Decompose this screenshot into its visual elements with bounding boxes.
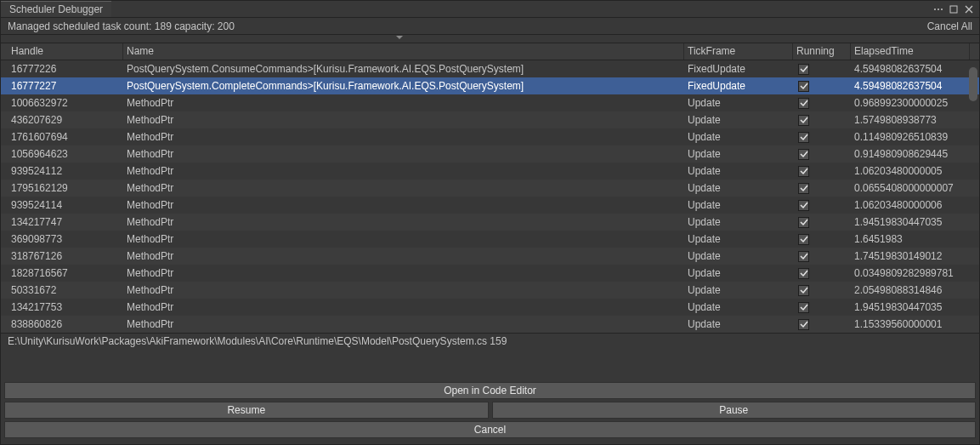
table-row[interactable]: 1795162129MethodPtrUpdate0.0655408000000… bbox=[1, 180, 979, 197]
cell-handle: 838860826 bbox=[8, 318, 123, 330]
table-row[interactable]: 939524114MethodPtrUpdate1.06203480000006 bbox=[1, 197, 979, 214]
cell-handle: 939524112 bbox=[8, 165, 123, 177]
cell-handle: 1761607694 bbox=[8, 131, 123, 143]
table-row[interactable]: 1006632972MethodPtrUpdate0.9689923000000… bbox=[1, 94, 979, 111]
cell-tickframe: Update bbox=[684, 199, 793, 211]
header-running[interactable]: Running bbox=[793, 43, 851, 60]
running-checkbox[interactable] bbox=[798, 115, 809, 126]
cell-name: MethodPtr bbox=[123, 131, 684, 143]
cell-tickframe: Update bbox=[684, 182, 793, 194]
table-row[interactable]: 16777227PostQuerySystem.CompleteCommands… bbox=[1, 77, 979, 94]
running-checkbox[interactable] bbox=[798, 132, 809, 143]
cell-tickframe: Update bbox=[684, 284, 793, 296]
menu-icon[interactable] bbox=[933, 4, 943, 14]
pause-button[interactable]: Pause bbox=[492, 402, 977, 419]
cell-running bbox=[793, 64, 851, 75]
cell-handle: 16777226 bbox=[8, 63, 123, 75]
cell-tickframe: Update bbox=[684, 148, 793, 160]
close-icon[interactable] bbox=[964, 4, 974, 14]
cell-handle: 318767126 bbox=[8, 250, 123, 262]
window-tab[interactable]: Scheduler Debugger bbox=[1, 1, 111, 17]
cancel-all-button[interactable]: Cancel All bbox=[927, 20, 972, 32]
task-list: 16777226PostQuerySystem.ConsumeCommands>… bbox=[1, 60, 979, 333]
cell-name: MethodPtr bbox=[123, 233, 684, 245]
table-row[interactable]: 939524112MethodPtrUpdate1.06203480000005 bbox=[1, 163, 979, 180]
popout-icon[interactable] bbox=[949, 4, 959, 14]
cell-elapsed: 2.05498088314846 bbox=[851, 284, 970, 296]
running-checkbox[interactable] bbox=[798, 319, 809, 330]
column-headers: Handle Name TickFrame Running ElapsedTim… bbox=[1, 43, 979, 60]
cell-name: MethodPtr bbox=[123, 216, 684, 228]
cell-running bbox=[793, 268, 851, 279]
running-checkbox[interactable] bbox=[798, 268, 809, 279]
table-row[interactable]: 50331672MethodPtrUpdate2.05498088314846 bbox=[1, 282, 979, 299]
cancel-button[interactable]: Cancel bbox=[4, 421, 976, 438]
cell-handle: 134217747 bbox=[8, 216, 123, 228]
titlebar: Scheduler Debugger bbox=[1, 1, 979, 18]
running-checkbox[interactable] bbox=[798, 217, 809, 228]
table-row[interactable]: 318767126MethodPtrUpdate1.74519830149012 bbox=[1, 248, 979, 265]
table-row[interactable]: 1761607694MethodPtrUpdate0.1149809265108… bbox=[1, 128, 979, 145]
table-row[interactable]: 1056964623MethodPtrUpdate0.9149809086294… bbox=[1, 145, 979, 163]
table-row[interactable]: 1828716567MethodPtrUpdate0.0349809282989… bbox=[1, 265, 979, 282]
cell-name: MethodPtr bbox=[123, 301, 684, 313]
header-name[interactable]: Name bbox=[123, 43, 684, 60]
header-tickframe[interactable]: TickFrame bbox=[684, 43, 793, 60]
running-checkbox[interactable] bbox=[798, 200, 809, 211]
sort-descending-icon bbox=[396, 36, 403, 39]
cell-handle: 134217753 bbox=[8, 301, 123, 313]
cell-tickframe: Update bbox=[684, 267, 793, 279]
running-checkbox[interactable] bbox=[798, 98, 809, 109]
open-in-code-editor-button[interactable]: Open in Code Editor bbox=[4, 382, 976, 399]
running-checkbox[interactable] bbox=[798, 302, 809, 313]
cell-running bbox=[793, 251, 851, 262]
cell-running bbox=[793, 234, 851, 245]
sort-indicator-bar bbox=[1, 35, 979, 43]
cell-elapsed: 1.94519830447035 bbox=[851, 301, 970, 313]
cell-elapsed: 0.114980926510839 bbox=[851, 131, 970, 143]
cell-tickframe: Update bbox=[684, 216, 793, 228]
cell-tickframe: FixedUpdate bbox=[684, 80, 793, 92]
resume-button[interactable]: Resume bbox=[4, 402, 489, 419]
table-row[interactable]: 16777226PostQuerySystem.ConsumeCommands>… bbox=[1, 60, 979, 77]
cell-name: MethodPtr bbox=[123, 97, 684, 109]
running-checkbox[interactable] bbox=[798, 234, 809, 245]
cell-running bbox=[793, 200, 851, 211]
header-handle[interactable]: Handle bbox=[8, 43, 123, 60]
cell-handle: 1828716567 bbox=[8, 267, 123, 279]
cell-elapsed: 0.0655408000000007 bbox=[851, 182, 970, 194]
header-elapsedtime[interactable]: ElapsedTime bbox=[851, 43, 970, 60]
file-path-label: E:\Unity\KurisuWork\Packages\AkiFramewor… bbox=[1, 333, 979, 350]
running-checkbox[interactable] bbox=[798, 285, 809, 296]
running-checkbox[interactable] bbox=[798, 183, 809, 194]
table-row[interactable]: 369098773MethodPtrUpdate1.6451983 bbox=[1, 231, 979, 248]
cell-name: MethodPtr bbox=[123, 148, 684, 160]
cell-elapsed: 4.59498082637504 bbox=[851, 80, 970, 92]
cell-running bbox=[793, 302, 851, 313]
cell-elapsed: 0.914980908629445 bbox=[851, 148, 970, 160]
cell-elapsed: 1.06203480000006 bbox=[851, 199, 970, 211]
scrollbar-thumb[interactable] bbox=[969, 67, 977, 101]
table-row[interactable]: 134217753MethodPtrUpdate1.94519830447035 bbox=[1, 299, 979, 316]
cell-name: MethodPtr bbox=[123, 250, 684, 262]
running-checkbox[interactable] bbox=[798, 166, 809, 177]
table-row[interactable]: 436207629MethodPtrUpdate1.5749808938773 bbox=[1, 111, 979, 128]
cell-name: MethodPtr bbox=[123, 165, 684, 177]
cell-elapsed: 0.0349809282989781 bbox=[851, 267, 970, 279]
running-checkbox[interactable] bbox=[798, 81, 809, 92]
table-row[interactable]: 134217747MethodPtrUpdate1.94519830447035 bbox=[1, 214, 979, 231]
cell-name: MethodPtr bbox=[123, 318, 684, 330]
running-checkbox[interactable] bbox=[798, 149, 809, 160]
running-checkbox[interactable] bbox=[798, 251, 809, 262]
cell-handle: 939524114 bbox=[8, 199, 123, 211]
table-row[interactable]: 838860826MethodPtrUpdate1.15339560000001 bbox=[1, 316, 979, 333]
running-checkbox[interactable] bbox=[798, 64, 809, 75]
vertical-scrollbar[interactable] bbox=[969, 60, 977, 333]
cell-running bbox=[793, 166, 851, 177]
cell-tickframe: Update bbox=[684, 233, 793, 245]
cell-name: MethodPtr bbox=[123, 182, 684, 194]
cell-running bbox=[793, 115, 851, 126]
cell-running bbox=[793, 132, 851, 143]
titlebar-controls bbox=[928, 4, 979, 14]
cell-tickframe: Update bbox=[684, 131, 793, 143]
